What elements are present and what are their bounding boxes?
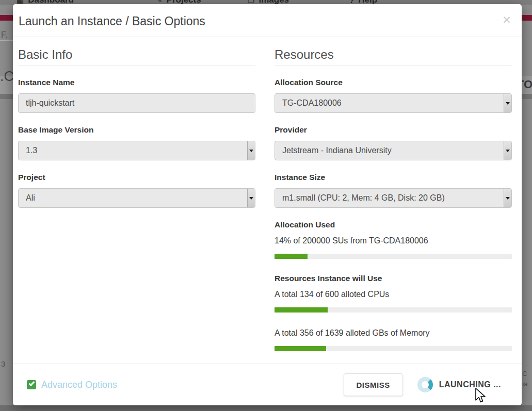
- chevron-down-icon: [247, 141, 255, 160]
- bg-text-fragment: F.: [1, 30, 7, 40]
- modal-title: Launch an Instance / Basic Options: [19, 14, 513, 28]
- modal-body: Basic Info Instance Name Base Image Vers…: [13, 37, 522, 364]
- resources-heading: Resources: [275, 47, 512, 65]
- instance-size-value: m1.small (CPU: 2, Mem: 4 GB, Disk: 20 GB…: [282, 193, 445, 203]
- cpu-usage-text: A total 134 of 600 alloted CPUs: [275, 290, 512, 299]
- check-square-icon: [27, 380, 36, 389]
- allocation-used-label: Allocation Used: [275, 220, 512, 229]
- project-select[interactable]: Ali: [18, 188, 255, 208]
- allocation-source-label: Allocation Source: [275, 78, 512, 87]
- allocation-used-progress-fill: [275, 254, 308, 259]
- advanced-options-link[interactable]: Advanced Options: [27, 380, 117, 390]
- instance-name-input[interactable]: [18, 93, 255, 113]
- base-image-version-label: Base Image Version: [18, 125, 255, 135]
- close-icon[interactable]: ✕: [500, 13, 513, 27]
- cpu-usage-progressbar: [275, 307, 512, 313]
- memory-usage-text: A total 356 of 1639 alloted GBs of Memor…: [275, 328, 512, 338]
- launching-button[interactable]: LAUNCHING ...: [417, 377, 501, 392]
- cpu-usage-progress-fill: [275, 307, 328, 313]
- spinner-icon: [417, 377, 433, 392]
- bg-text-fragment: 3: [1, 359, 5, 368]
- instance-size-label: Instance Size: [275, 173, 512, 182]
- advanced-options-label: Advanced Options: [41, 380, 117, 390]
- chevron-down-icon: [504, 141, 511, 160]
- allocation-used-progressbar: [275, 254, 512, 259]
- bg-text-fragment: .C: [0, 69, 14, 85]
- chevron-down-icon: [504, 94, 511, 112]
- allocation-used-text: 14% of 200000 SUs from TG-CDA180006: [275, 236, 512, 245]
- chevron-down-icon: [247, 189, 255, 207]
- basic-info-column: Basic Info Instance Name Base Image Vers…: [18, 37, 255, 351]
- modal-footer: Advanced Options DISMISS LAUNCHING ...: [13, 364, 522, 405]
- basic-info-heading: Basic Info: [18, 47, 255, 65]
- instance-usage-label: Resources Instance will Use: [275, 274, 512, 283]
- chevron-down-icon: [504, 189, 511, 207]
- instance-name-label: Instance Name: [18, 78, 255, 87]
- footer-actions: DISMISS LAUNCHING ...: [344, 373, 501, 396]
- base-image-version-value: 1.3: [26, 146, 37, 155]
- bg-text-fragment: C: [522, 370, 527, 377]
- instance-size-select[interactable]: m1.small (CPU: 2, Mem: 4 GB, Disk: 20 GB…: [275, 188, 512, 208]
- launching-label: LAUNCHING ...: [439, 380, 501, 389]
- project-value: Ali: [26, 193, 35, 203]
- launch-instance-modal: Launch an Instance / Basic Options ✕ Bas…: [13, 4, 522, 405]
- allocation-source-value: TG-CDA180006: [282, 98, 342, 108]
- provider-label: Provider: [275, 125, 512, 135]
- memory-usage-progressbar: [275, 346, 512, 351]
- provider-value: Jetstream - Indiana University: [282, 146, 392, 155]
- project-label: Project: [18, 173, 255, 182]
- base-image-version-select[interactable]: 1.3: [18, 141, 255, 160]
- provider-select[interactable]: Jetstream - Indiana University: [275, 141, 512, 160]
- memory-usage-progress-fill: [275, 346, 326, 351]
- resources-column: Resources Allocation Source TG-CDA180006…: [275, 37, 512, 351]
- modal-header: Launch an Instance / Basic Options ✕: [13, 4, 522, 37]
- allocation-source-select[interactable]: TG-CDA180006: [275, 93, 512, 113]
- dismiss-button[interactable]: DISMISS: [344, 373, 403, 396]
